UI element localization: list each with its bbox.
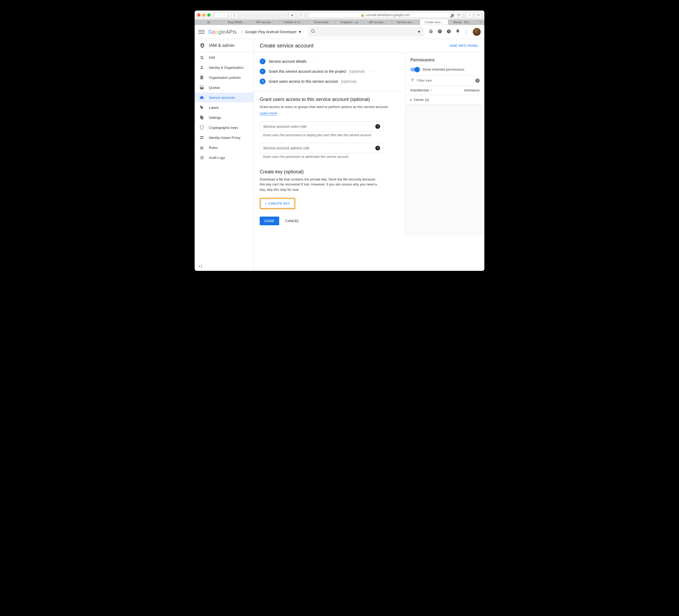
arrow-up-icon[interactable]: ↑ bbox=[430, 89, 432, 92]
browser-tab[interactable]: Fragmen…🔊 bbox=[335, 20, 364, 25]
sidebar-item-service-accounts[interactable]: Service accounts bbox=[195, 92, 254, 102]
table-row[interactable]: Owner (3) bbox=[406, 95, 484, 104]
optional-label: (optional) bbox=[341, 79, 356, 84]
sidebar-item-settings[interactable]: Settings bbox=[195, 113, 254, 123]
svg-rect-40 bbox=[201, 156, 203, 157]
close-window-icon[interactable] bbox=[197, 13, 200, 17]
panel-title: Permissions bbox=[410, 57, 480, 63]
create-key-button[interactable]: + CREATE KEY bbox=[261, 199, 294, 208]
tabs-icon[interactable]: ⧉ bbox=[475, 12, 482, 18]
chevron-down-icon[interactable]: ▼ bbox=[417, 30, 421, 34]
svg-point-28 bbox=[201, 97, 201, 98]
forward-button[interactable]: › bbox=[221, 12, 228, 18]
learn-more-link[interactable]: Learn more bbox=[260, 111, 277, 115]
svg-rect-34 bbox=[200, 138, 203, 139]
google-apis-logo[interactable]: GoogleAPIs bbox=[208, 29, 237, 35]
section-description: Grant access to users or groups that nee… bbox=[260, 104, 399, 110]
reload-icon[interactable]: ⟳ bbox=[457, 13, 460, 18]
help-icon[interactable]: ? bbox=[375, 146, 380, 150]
person-add-icon bbox=[199, 55, 204, 60]
sidebar-item-label: Roles bbox=[209, 146, 218, 150]
users-role-input[interactable]: Service account users role ? bbox=[260, 121, 384, 132]
extension-icon[interactable]: ◉ bbox=[289, 12, 295, 18]
svg-rect-4 bbox=[429, 31, 431, 32]
sidebar-item-identity[interactable]: Identity & Organisation bbox=[195, 62, 254, 72]
plus-icon: + bbox=[265, 202, 267, 206]
input-placeholder: Service account users role bbox=[263, 124, 306, 129]
document-icon bbox=[199, 75, 204, 80]
sidebar-item-crypto-keys[interactable]: Cryptographic keys bbox=[195, 123, 254, 132]
svg-rect-6 bbox=[429, 32, 431, 33]
new-tab-button[interactable]: + bbox=[477, 20, 484, 25]
svg-rect-42 bbox=[201, 157, 203, 158]
back-button[interactable]: ‹ bbox=[214, 12, 221, 18]
step-completed[interactable]: ✓ Grant this service account access to t… bbox=[260, 66, 399, 76]
collapse-sidebar-button[interactable]: <| bbox=[198, 264, 203, 268]
alert-icon[interactable] bbox=[438, 29, 442, 35]
column-header[interactable]: Role/Member bbox=[410, 89, 429, 92]
filter-icon bbox=[410, 78, 415, 83]
bell-icon[interactable] bbox=[455, 29, 460, 35]
avatar[interactable] bbox=[473, 28, 481, 36]
sidebar-toggle-icon[interactable] bbox=[231, 12, 238, 18]
svg-point-29 bbox=[202, 97, 202, 98]
service-account-icon bbox=[199, 95, 204, 100]
admins-role-input[interactable]: Service account admins role ? bbox=[260, 143, 384, 153]
sidebar-item-iam[interactable]: IAM bbox=[195, 53, 254, 62]
browser-tab[interactable]: de bbox=[195, 20, 223, 25]
tag-icon bbox=[199, 105, 204, 110]
url-bar[interactable]: 🔒console.developers.google.com 🔊 ⟳ bbox=[308, 12, 462, 18]
chevron-down-icon: ▼ bbox=[298, 30, 302, 34]
gift-icon[interactable] bbox=[428, 29, 433, 35]
audio-icon[interactable]: 🔊 bbox=[450, 13, 455, 18]
column-header[interactable]: Inheritance bbox=[464, 89, 480, 92]
svg-rect-47 bbox=[412, 81, 413, 81]
search-input[interactable]: ▼ bbox=[308, 27, 424, 37]
search-icon bbox=[311, 29, 316, 35]
hamburger-icon[interactable] bbox=[198, 30, 205, 34]
svg-rect-30 bbox=[201, 96, 202, 97]
sidebar-item-iap[interactable]: Identity-Aware Proxy bbox=[195, 132, 254, 143]
browser-tab[interactable]: API access… bbox=[364, 20, 392, 25]
svg-rect-44 bbox=[201, 159, 203, 159]
browser-tab-active[interactable]: Create servi… bbox=[420, 20, 448, 25]
hide-info-panel-button[interactable]: HIDE INFO PANEL bbox=[449, 44, 479, 48]
step-label: Grant users access to this service accou… bbox=[269, 79, 338, 84]
help-icon[interactable]: ? bbox=[375, 124, 380, 129]
cancel-button[interactable]: CANCEL bbox=[286, 219, 299, 223]
shield-icon bbox=[199, 43, 205, 49]
svg-rect-39 bbox=[200, 156, 200, 157]
share-icon[interactable]: ⇪ bbox=[466, 12, 473, 18]
url-text: console.developers.google.com bbox=[365, 13, 410, 17]
sidebar-item-org-policies[interactable]: Organisation policies bbox=[195, 72, 254, 83]
minimize-window-icon[interactable] bbox=[202, 13, 205, 17]
sidebar-item-labels[interactable]: Labels bbox=[195, 102, 254, 113]
grant-users-section: Grant users access to this service accou… bbox=[254, 91, 406, 159]
sidebar-item-label: Identity & Organisation bbox=[209, 66, 244, 69]
browser-tab[interactable]: Bug 59400:… bbox=[223, 20, 251, 25]
help-icon[interactable]: ? bbox=[476, 79, 480, 83]
help-icon[interactable]: ? bbox=[446, 29, 451, 35]
step-completed[interactable]: ✓ Service account details bbox=[260, 56, 399, 66]
permissions-panel: Permissions Show inherited permissions F… bbox=[406, 53, 484, 236]
proxy-icon bbox=[199, 135, 204, 140]
maximize-window-icon[interactable] bbox=[207, 13, 211, 17]
sidebar-item-roles[interactable]: Roles bbox=[195, 143, 254, 153]
sidebar-item-audit-logs[interactable]: Audit Logs bbox=[195, 153, 254, 162]
svg-rect-11 bbox=[440, 30, 440, 32]
inherited-toggle[interactable] bbox=[410, 68, 419, 71]
filter-tree-input[interactable]: Filter tree ? bbox=[406, 75, 484, 86]
browser-tab[interactable]: Stores · Sm… bbox=[448, 20, 477, 25]
browser-tab[interactable]: Service acc… bbox=[392, 20, 420, 25]
browser-tab[interactable]: Publish to G… bbox=[279, 20, 308, 25]
project-selector[interactable]: ⁘ Google Play Android Developer ▼ bbox=[240, 30, 302, 34]
svg-rect-43 bbox=[200, 159, 200, 159]
step-current[interactable]: 3 Grant users access to this service acc… bbox=[260, 76, 399, 86]
done-button[interactable]: DONE bbox=[260, 217, 279, 225]
kebab-icon[interactable]: ⋮ bbox=[464, 30, 468, 34]
privacy-icon[interactable]: ⓘ bbox=[298, 12, 304, 18]
sidebar-item-quotas[interactable]: Quotas bbox=[195, 83, 254, 92]
browser-tab[interactable]: Grammarly bbox=[308, 20, 335, 25]
caret-right-icon bbox=[410, 99, 412, 101]
browser-tab[interactable]: API access… bbox=[251, 20, 279, 25]
